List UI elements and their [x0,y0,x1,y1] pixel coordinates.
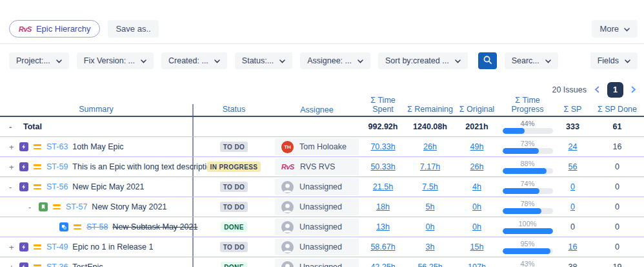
col-header-time-spent[interactable]: Σ Time Spent [359,96,407,116]
sp-link[interactable]: 0 [570,182,575,191]
total-original: 2021h [454,122,500,131]
assignee-cell[interactable]: Unassigned [275,259,359,267]
time-spent-link[interactable]: 21.5h [373,182,393,191]
issue-key-link[interactable]: ST-58 [86,222,108,231]
filter-fix-version[interactable]: Fix Version: ... [77,52,154,69]
status-badge[interactable]: DONE [221,262,247,267]
assignee-cell[interactable]: Unassigned [275,239,359,255]
story-icon [39,202,48,211]
issue-key-link[interactable]: ST-36 [46,262,68,267]
issue-key-link[interactable]: ST-49 [46,242,68,251]
row-expander[interactable]: + [9,242,19,252]
assignee-cell[interactable]: Unassigned [275,178,359,195]
remaining-link[interactable]: 56.25h [418,262,442,267]
sp-link[interactable]: 16 [569,242,578,251]
time-spent-link[interactable]: 58.67h [370,242,395,251]
col-header-status[interactable]: Status [194,105,274,116]
current-page-button[interactable]: 1 [607,82,623,98]
time-spent-link[interactable]: 13h [376,222,390,231]
sp-link[interactable]: 0 [570,202,575,211]
sp-link[interactable]: 24 [569,142,578,151]
original-link[interactable]: 15h [470,242,484,251]
fields-button[interactable]: Fields [590,52,638,69]
status-badge[interactable]: IN PROGRESS [207,162,261,172]
issue-summary[interactable]: 1oth May Epic [72,142,123,151]
status-badge[interactable]: TO DO [220,182,248,192]
issue-key-link[interactable]: ST-63 [46,142,68,151]
epic-icon [19,142,28,151]
epic-icon [19,182,28,191]
assignee-cell[interactable]: Unassigned [275,198,359,215]
issue-summary[interactable]: New Story May 2021 [92,202,166,211]
remaining-link[interactable]: 0h [426,222,435,231]
col-header-time-progress[interactable]: Σ Time Progress [500,96,555,116]
remaining-link[interactable]: 26h [423,142,437,151]
progress-label: 73% [520,140,534,147]
row-expander[interactable]: + [9,142,19,152]
search-button[interactable] [478,52,497,69]
col-header-assignee[interactable]: Assignee [274,104,359,116]
progress-label: 43% [520,260,534,267]
filter-created[interactable]: Created: ... [161,52,227,69]
row-expander[interactable]: - [9,182,19,192]
total-time-spent: 992.92h [359,122,407,131]
view-selector-button[interactable]: RvS Epic Hierarchy [9,20,100,37]
assignee-cell[interactable]: TH Tom Holoake [275,138,359,155]
progress-bar [503,208,553,214]
status-badge[interactable]: DONE [221,222,247,232]
col-header-remaining[interactable]: Σ Remaining [407,105,454,116]
col-header-summary[interactable]: Summary [0,104,194,116]
prev-page-button[interactable] [594,85,599,95]
time-spent-link[interactable]: 42.25h [370,262,395,267]
unassigned-avatar-icon [281,261,294,267]
filter-status[interactable]: Status:... [235,52,292,69]
original-link[interactable]: 0h [472,222,481,231]
row-expander[interactable]: + [9,162,19,172]
row-expander[interactable]: - [28,202,39,212]
remaining-link[interactable]: 3h [426,242,435,251]
table-row: + ST-63 1oth May Epic TO DO TH Tom Holoa… [0,137,644,157]
time-spent-link[interactable]: 70.33h [370,142,395,151]
original-link[interactable]: 26h [470,162,484,171]
remaining-link[interactable]: 5h [426,202,435,211]
total-expander[interactable]: - [9,122,19,132]
total-remaining: 1240.08h [407,122,454,131]
time-spent-link[interactable]: 50.33h [370,162,395,171]
remaining-link[interactable]: 7.5h [422,182,438,191]
issue-key-link[interactable]: ST-56 [46,182,68,191]
filter-assignee[interactable]: Assignee: ... [300,52,370,69]
issue-key-link[interactable]: ST-59 [46,162,68,171]
save-as-button[interactable]: Save as.. [108,20,158,37]
original-link[interactable]: 107h [468,262,486,267]
sp-done-value: 0 [615,162,619,171]
issues-table: Summary Status Assignee Σ Time Spent Σ R… [0,104,644,267]
filter-created-label: Created: ... [168,56,208,65]
original-link[interactable]: 0h [472,202,481,211]
filter-project[interactable]: Project:... [9,52,69,69]
filter-search-field[interactable]: Searc... [505,52,558,69]
col-header-original[interactable]: Σ Original [454,105,500,116]
issue-summary[interactable]: New Epic May 2021 [72,182,144,191]
row-expander[interactable]: + [9,262,19,267]
original-link[interactable]: 49h [470,142,484,151]
assignee-cell[interactable]: RvS RVS RVS [275,158,359,175]
assignee-cell[interactable]: Unassigned [275,219,359,235]
time-spent-link[interactable]: 18h [376,202,390,211]
sp-link[interactable]: 56 [569,162,578,171]
issues-count: 20 Issues [552,85,587,94]
filter-sort[interactable]: Sort by:created ... [378,52,468,69]
status-badge[interactable]: TO DO [220,142,248,152]
col-header-sp-done[interactable]: Σ SP Done [590,105,644,116]
remaining-link[interactable]: 7.17h [420,162,440,171]
col-header-sp[interactable]: Σ SP [555,105,590,116]
issue-summary[interactable]: TestEpic [72,262,103,267]
issue-summary[interactable]: New Subtask May 2021 [112,222,197,231]
more-button[interactable]: More [592,20,638,37]
original-link[interactable]: 4h [472,182,481,191]
issue-summary[interactable]: Epic no 1 in Release 1 [72,242,153,251]
status-badge[interactable]: TO DO [220,242,248,252]
next-page-button[interactable] [631,85,636,95]
filter-project-label: Project:... [16,56,50,65]
status-badge[interactable]: TO DO [220,202,248,212]
issue-key-link[interactable]: ST-57 [66,202,87,211]
